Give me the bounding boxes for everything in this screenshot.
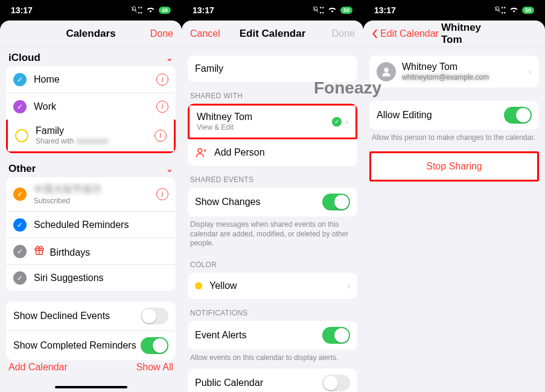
info-icon[interactable]: i: [156, 188, 168, 200]
status-bar: 13:17 ⁚⁚ 50: [182, 0, 363, 21]
notifications-header: NOTIFICATIONS: [182, 299, 363, 321]
other-section-header[interactable]: Other ⌄: [0, 153, 182, 177]
calendar-item-siri[interactable]: ✓ Siri Suggestions: [6, 264, 176, 291]
notifications-footer: Allow events on this calendar to display…: [182, 350, 363, 365]
toggle[interactable]: [322, 327, 350, 344]
add-person-button[interactable]: Add Person: [188, 139, 357, 166]
calendar-name-field[interactable]: Family: [188, 55, 357, 82]
nav-title: Whitney Tom: [441, 22, 481, 46]
add-calendar-button[interactable]: Add Calendar: [8, 362, 68, 373]
check-circle-icon: ✓: [13, 271, 27, 285]
status-bar: 13:17 ⁚⁚ 49: [0, 0, 182, 21]
chevron-right-icon: ›: [345, 117, 348, 127]
calendar-item-work[interactable]: ✓ Work i: [6, 93, 176, 119]
contact-row[interactable]: Whitney Tom whitneytom@example.com ›: [369, 55, 539, 87]
shared-events-footer: Display messages when shared events on t…: [182, 217, 363, 251]
cellular-icon: ⁚⁚: [138, 5, 142, 15]
calendar-item-birthdays[interactable]: ✓ Birthdays: [6, 238, 176, 264]
calendar-item-scheduled[interactable]: ✓ Scheduled Reminders: [6, 211, 176, 238]
toggle[interactable]: [141, 337, 168, 354]
info-icon[interactable]: i: [156, 101, 168, 113]
battery-icon: 50: [340, 7, 352, 14]
nav-title: Edit Calendar: [232, 28, 313, 40]
person-plus-icon: [195, 147, 207, 159]
navbar: Edit Calendar Whitney Tom: [363, 21, 545, 47]
avatar-icon: [377, 62, 396, 81]
check-circle-icon: ✓: [13, 188, 27, 201]
gift-icon: [34, 245, 45, 256]
cancel-button[interactable]: Cancel: [190, 28, 232, 39]
color-picker-row[interactable]: Yellow ›: [188, 273, 357, 299]
chevron-left-icon: [372, 29, 378, 39]
wifi-icon: [509, 5, 518, 15]
color-header: COLOR: [182, 251, 363, 273]
check-circle-icon: ✓: [13, 218, 27, 232]
done-button[interactable]: Done: [131, 28, 173, 39]
bell-slash-icon: [312, 5, 319, 15]
info-icon[interactable]: i: [156, 74, 168, 86]
public-calendar-toggle-row[interactable]: Public Calendar: [188, 368, 357, 392]
navbar: Cancel Edit Calendar Done: [182, 21, 363, 47]
status-bar: 13:17 ⁚⁚ 50: [363, 0, 545, 21]
toggle[interactable]: [322, 375, 350, 391]
event-alerts-toggle-row[interactable]: Event Alerts: [188, 321, 357, 350]
shared-with-header: SHARED WITH: [182, 82, 363, 104]
home-indicator: [55, 386, 127, 388]
cellular-icon: ⁚⁚: [319, 5, 324, 15]
allow-editing-footer: Allow this person to make changes to the…: [363, 130, 545, 145]
check-circle-icon: ✓: [13, 73, 27, 86]
back-button[interactable]: Edit Calendar: [372, 28, 439, 39]
wifi-icon: [328, 5, 337, 15]
info-icon[interactable]: i: [155, 130, 167, 142]
svg-point-3: [384, 68, 389, 72]
navbar: Calendars Done: [0, 21, 182, 47]
chevron-right-icon: ›: [347, 281, 350, 291]
calendar-item-home[interactable]: ✓ Home i: [6, 66, 176, 93]
allow-editing-toggle-row[interactable]: Allow Editing: [369, 101, 539, 130]
calendar-item-subscribed[interactable]: ✓ 中国大陆节假日 Subscribed i: [6, 177, 176, 211]
chevron-down-icon: ⌄: [166, 164, 173, 174]
wifi-icon: [146, 5, 155, 15]
show-changes-toggle-row[interactable]: Show Changes: [188, 188, 357, 217]
battery-icon: 49: [159, 7, 171, 14]
check-circle-icon: ✓: [13, 100, 27, 113]
svg-point-2: [198, 148, 202, 153]
show-all-button[interactable]: Show All: [136, 362, 173, 373]
toggle[interactable]: [504, 107, 532, 124]
clock: 13:17: [374, 5, 490, 15]
check-circle-icon: ✓: [332, 117, 342, 127]
shared-person-row[interactable]: Whitney Tom View & Edit ✓ ›: [188, 104, 357, 139]
bell-slash-icon: [130, 5, 138, 15]
check-circle-icon: ✓: [13, 245, 27, 258]
chevron-down-icon: ⌄: [166, 53, 173, 63]
phone-calendars: 13:17 ⁚⁚ 49 Calendars Done iCloud ⌄ ✓ Ho…: [0, 0, 182, 392]
show-declined-toggle-row[interactable]: Show Declined Events: [6, 302, 176, 330]
clock: 13:17: [11, 5, 127, 15]
calendar-item-family[interactable]: Family Shared with xxxxxxxxx i: [6, 119, 176, 153]
toggle[interactable]: [141, 308, 168, 324]
nav-title: Calendars: [51, 28, 131, 40]
bell-slash-icon: [494, 5, 501, 15]
clock: 13:17: [193, 5, 308, 15]
stop-sharing-button[interactable]: Stop Sharing: [371, 153, 537, 180]
toggle[interactable]: [322, 194, 350, 210]
phone-person-detail: 13:17 ⁚⁚ 50 Edit Calendar Whitney Tom: [363, 0, 545, 392]
cellular-icon: ⁚⁚: [501, 5, 506, 15]
phone-edit-calendar: 13:17 ⁚⁚ 50 Cancel Edit Calendar Done Fa…: [182, 0, 363, 392]
shared-events-header: SHARED EVENTS: [182, 166, 363, 188]
chevron-right-icon: ›: [529, 67, 532, 77]
color-dot-icon: [195, 282, 202, 289]
battery-icon: 50: [522, 7, 534, 14]
empty-circle-icon: [15, 129, 28, 142]
done-button[interactable]: Done: [313, 28, 355, 39]
icloud-section-header[interactable]: iCloud ⌄: [0, 47, 182, 66]
